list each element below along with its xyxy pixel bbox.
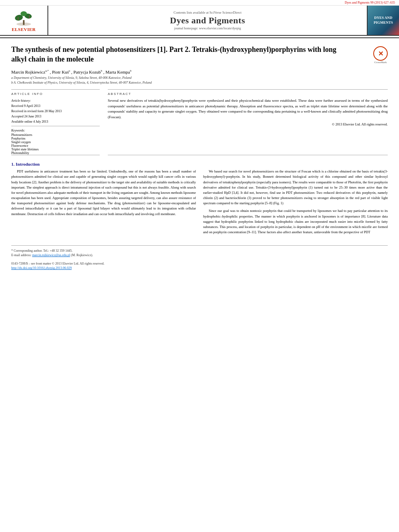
info-divider: [11, 126, 100, 126]
authors-line: Marcin Rojkiewicza,* , Piotr Kuśa , Patr…: [11, 69, 388, 74]
intro-left-col: PDT usefulness in anticancer treatment h…: [11, 169, 196, 237]
affiliations: a Department of Chemistry, University of…: [11, 76, 388, 85]
article-footer: * Corresponding author. Tel.: +48 32 359…: [11, 245, 388, 270]
email-link[interactable]: marcin.rojkiewicz@us.edu.pl: [32, 253, 70, 257]
abstract-label: ABSTRACT: [108, 92, 388, 96]
journal-center: Contents lists available at SciVerse Sci…: [48, 6, 367, 35]
article-content: ✕ CrossMark The synthesis of new potenti…: [0, 38, 399, 277]
journal-meta-bar: ELSEVIER Contents lists available at Sci…: [0, 6, 399, 35]
keyword-5: Photostability: [11, 151, 100, 155]
article-history-label: Article history:: [11, 98, 100, 103]
svg-rect-6: [29, 15, 30, 18]
doi-link[interactable]: http://dx.doi.org/10.1016/j.dyepig.2013.…: [11, 266, 72, 270]
author-separator-3: , Marta Kempa: [103, 69, 130, 74]
intro-heading: 1. Introduction: [11, 162, 388, 166]
author-separator-2: , Patrycja Kozub: [71, 69, 101, 74]
introduction-section: 1. Introduction PDT usefulness in antica…: [11, 162, 388, 237]
elsevier-wordmark: ELSEVIER: [12, 27, 36, 32]
journal-citation: Dyes and Pigments 99 (2013) 627–635: [345, 1, 395, 4]
svg-rect-1: [23, 20, 25, 25]
intro-left-para-0: PDT usefulness in anticancer treatment h…: [11, 169, 196, 217]
intro-right-para-0: We based our search for novel photosensi…: [203, 169, 388, 206]
elsevier-label: ELSEVIER: [12, 27, 36, 32]
svg-point-4: [21, 11, 27, 16]
crossmark-badge: ✕ CrossMark: [373, 46, 388, 64]
author-super-a2: a: [69, 69, 70, 72]
article-title: The synthesis of new potential photosens…: [11, 45, 341, 64]
keyword-4: Triplet state lifetimes: [11, 148, 100, 151]
abstract-panel: ABSTRACT Several new derivatives of tetr…: [108, 89, 388, 155]
keyword-3: Fluorescence: [11, 144, 100, 148]
keywords-label: Keywords:: [11, 129, 100, 132]
article-info-label: ARTICLE INFO: [11, 92, 100, 96]
author-super-b2: b: [130, 69, 132, 72]
author-super-a: a,*: [45, 69, 49, 72]
author-super-b: b: [101, 69, 103, 72]
journal-header: Dyes and Pigments 99 (2013) 627–635: [0, 0, 399, 38]
keyword-0: Photosensitizers: [11, 133, 100, 137]
intro-right-para-1: Since our goal was to obtain nontoxic po…: [203, 208, 388, 235]
journal-homepage: journal homepage: www.elsevier.com/locat…: [174, 27, 241, 30]
intro-two-col: PDT usefulness in anticancer treatment h…: [11, 169, 388, 237]
article-info-abstract: ARTICLE INFO Article history: Received 9…: [11, 89, 388, 155]
sciverse-line: Contents lists available at SciVerse Sci…: [174, 10, 242, 14]
doi-line: http://dx.doi.org/10.1016/j.dyepig.2013.…: [11, 266, 388, 270]
affiliation-b: b A. Chełkowski Institute of Physics, Un…: [11, 80, 388, 85]
elsevier-logo-box: ELSEVIER: [0, 6, 48, 35]
abstract-text: Several new derivatives of tetrakis(hydr…: [108, 98, 388, 120]
keyword-1: Porphyrins: [11, 137, 100, 140]
author-separator-1: , Piotr Kuś: [50, 69, 69, 74]
available-row: Available online 4 July 2013: [11, 119, 100, 123]
elsevier-tree-icon: [13, 9, 35, 27]
affiliation-a: a Department of Chemistry, University of…: [11, 76, 388, 80]
crossmark-label: CrossMark: [373, 61, 388, 64]
corresponding-note: * Corresponding author. Tel.: +48 32 359…: [11, 249, 388, 253]
accepted-row: Accepted 24 June 2013: [11, 114, 100, 118]
author-rojkiewicz: Marcin Rojkiewicz: [11, 69, 45, 74]
issn-line: 0143-7208/$ – see front matter © 2013 El…: [11, 262, 388, 265]
svg-rect-5: [18, 17, 19, 20]
email-note: E-mail address: marcin.rojkiewicz@us.edu…: [11, 253, 388, 257]
abstract-rights: © 2013 Elsevier Ltd. All rights reserved…: [108, 122, 388, 126]
journal-thumbnail: DYES AND PIGMENTS: [367, 6, 399, 35]
keyword-2: Singlet oxygen: [11, 140, 100, 144]
email-suffix: (M. Rojkiewicz).: [71, 253, 93, 257]
received-revised-row: Received in revised form 28 May 2013: [11, 109, 100, 113]
article-info-panel: ARTICLE INFO Article history: Received 9…: [11, 89, 100, 155]
received-row: Received 9 April 2013: [11, 103, 100, 108]
email-label: E-mail address:: [11, 253, 31, 257]
intro-right-col: We based our search for novel photosensi…: [203, 169, 388, 237]
journal-title: Dyes and Pigments: [170, 15, 245, 26]
crossmark-icon: ✕: [373, 46, 388, 61]
journal-citation-bar: Dyes and Pigments 99 (2013) 627–635: [0, 0, 399, 6]
